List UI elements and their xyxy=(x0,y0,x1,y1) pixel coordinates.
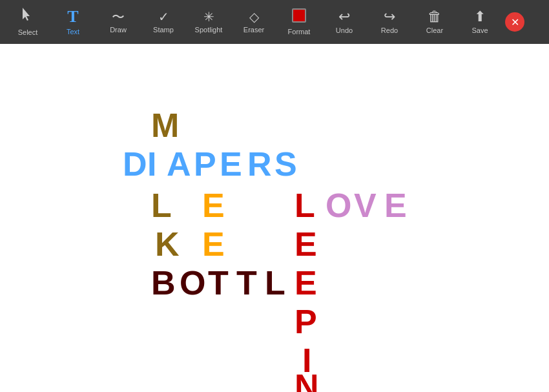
canvas-letter-5: E xyxy=(220,147,242,181)
close-icon: ✕ xyxy=(511,16,519,28)
format-button[interactable]: Format xyxy=(276,0,322,44)
canvas-letter-22: E xyxy=(295,266,317,300)
undo-label: Undo xyxy=(336,26,353,34)
format-icon xyxy=(292,8,306,25)
canvas-letter-23: P xyxy=(295,305,317,338)
text-label: Text xyxy=(67,28,79,36)
clear-label: Clear xyxy=(426,26,443,34)
canvas-letter-6: R xyxy=(247,147,272,181)
spotlight-icon: ✳ xyxy=(203,10,214,23)
canvas-letter-14: K xyxy=(155,227,180,261)
clear-button[interactable]: 🗑 Clear xyxy=(412,0,457,44)
eraser-icon: ◇ xyxy=(249,10,259,23)
canvas: MDIAPERSLELOVEKEEBOTTLEPING xyxy=(0,44,549,392)
canvas-letter-16: E xyxy=(295,227,317,261)
draw-button[interactable]: 〜 Draw xyxy=(96,0,141,44)
canvas-letter-1: D xyxy=(123,147,147,181)
canvas-letter-11: O xyxy=(326,189,351,222)
draw-icon: 〜 xyxy=(112,10,125,23)
canvas-letter-9: E xyxy=(202,189,225,222)
stamp-label: Stamp xyxy=(153,26,174,34)
canvas-letter-21: L xyxy=(265,266,285,300)
select-label: Select xyxy=(18,28,38,36)
eraser-label: Eraser xyxy=(243,26,264,34)
select-icon xyxy=(20,8,36,26)
save-icon: ⬆ xyxy=(474,10,486,24)
canvas-letter-15: E xyxy=(202,227,225,261)
stamp-icon: ✓ xyxy=(158,10,169,23)
select-button[interactable]: Select xyxy=(5,0,50,44)
canvas-letter-0: M xyxy=(151,108,179,142)
canvas-letter-10: L xyxy=(295,189,315,222)
save-button[interactable]: ⬆ Save xyxy=(457,0,502,44)
canvas-letter-17: B xyxy=(151,266,176,300)
canvas-letter-13: E xyxy=(384,189,407,222)
canvas-letter-19: T xyxy=(208,266,229,300)
redo-label: Redo xyxy=(381,26,398,34)
canvas-letter-20: T xyxy=(236,266,257,300)
text-button[interactable]: T Text xyxy=(50,0,96,44)
spotlight-label: Spotlight xyxy=(195,26,223,34)
draw-label: Draw xyxy=(110,26,127,34)
clear-icon: 🗑 xyxy=(428,10,442,24)
redo-button[interactable]: ↪ Redo xyxy=(367,0,412,44)
canvas-letter-7: S xyxy=(274,147,297,181)
text-icon: T xyxy=(67,8,78,25)
undo-icon: ↩ xyxy=(338,10,350,24)
canvas-letter-4: P xyxy=(194,147,216,181)
eraser-button[interactable]: ◇ Eraser xyxy=(231,0,276,44)
save-label: Save xyxy=(471,26,488,34)
canvas-letter-18: O xyxy=(180,266,205,300)
canvas-letter-2: I xyxy=(147,147,156,181)
canvas-letter-12: V xyxy=(354,189,377,222)
redo-icon: ↪ xyxy=(384,10,395,24)
canvas-letter-8: L xyxy=(151,189,172,222)
canvas-letter-25: N xyxy=(295,369,319,392)
toolbar: Select T Text 〜 Draw ✓ Stamp ✳ Spotlight… xyxy=(0,0,549,44)
stamp-button[interactable]: ✓ Stamp xyxy=(141,0,186,44)
format-label: Format xyxy=(288,28,311,36)
close-button[interactable]: ✕ xyxy=(505,12,524,32)
spotlight-button[interactable]: ✳ Spotlight xyxy=(186,0,231,44)
undo-button[interactable]: ↩ Undo xyxy=(322,0,367,44)
canvas-letter-3: A xyxy=(167,147,191,181)
